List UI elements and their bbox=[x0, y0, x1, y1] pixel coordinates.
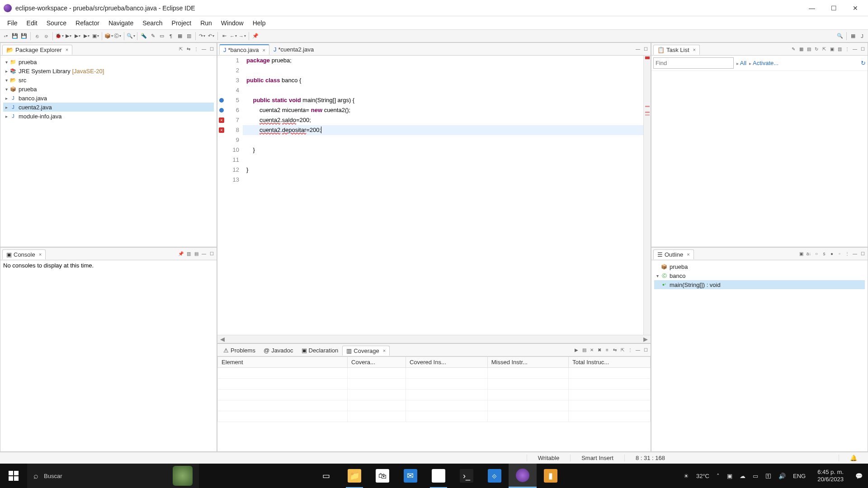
link-editor-button[interactable]: ⇆ bbox=[185, 46, 192, 52]
run-last-button[interactable]: ▶ bbox=[82, 32, 90, 40]
new-class-button[interactable]: Ⓒ bbox=[113, 32, 122, 40]
coverage-link-button[interactable]: ⇆ bbox=[612, 347, 618, 353]
console-display-button[interactable]: ▥ bbox=[185, 251, 192, 257]
outline-method[interactable]: ●ˢmain(String[]) : void bbox=[654, 280, 865, 289]
close-icon[interactable]: × bbox=[262, 47, 265, 53]
outline-local-button[interactable]: ▫ bbox=[836, 251, 843, 257]
taskbar-taskview[interactable]: ▭ bbox=[312, 464, 340, 488]
coverage-button[interactable]: ▶ bbox=[73, 32, 81, 40]
run-button[interactable]: ▶ bbox=[64, 32, 72, 40]
show-whitespace-button[interactable]: ¶ bbox=[167, 32, 175, 40]
pin-editor-button[interactable]: 📌 bbox=[251, 32, 259, 40]
java-perspective-button[interactable]: J bbox=[858, 32, 866, 40]
tray-notifications-icon[interactable]: 💬 bbox=[855, 473, 863, 479]
task-schedule-button[interactable]: ▤ bbox=[806, 46, 812, 52]
taskbar-store[interactable]: 🛍 bbox=[368, 464, 396, 488]
console-open-button[interactable]: ▤ bbox=[193, 251, 199, 257]
col-coverage[interactable]: Covera... bbox=[348, 357, 406, 368]
close-icon[interactable]: × bbox=[383, 348, 386, 353]
editor-tab-banco[interactable]: J *banco.java × bbox=[219, 44, 269, 55]
table-row[interactable] bbox=[218, 379, 651, 389]
tree-jre[interactable]: ▸📚JRE System Library [JavaSE-20] bbox=[3, 66, 214, 75]
editor-tab-cuenta2[interactable]: J *cuenta2.java bbox=[269, 44, 318, 54]
task-history-button[interactable]: ↻ bbox=[861, 60, 866, 66]
weather-temp[interactable]: 32°C bbox=[696, 473, 709, 479]
coverage-collapse-button[interactable]: ⇱ bbox=[619, 347, 626, 353]
tray-meet-icon[interactable]: ▣ bbox=[727, 473, 732, 479]
coverage-dump-button[interactable]: ▤ bbox=[581, 347, 587, 353]
coverage-remove-all-button[interactable]: ✖ bbox=[596, 347, 603, 353]
console-pin-button[interactable]: 📌 bbox=[178, 251, 184, 257]
view-menu-button[interactable]: ⋮ bbox=[844, 46, 850, 52]
search-access-button[interactable]: 🔍 bbox=[836, 32, 844, 40]
tray-battery-icon[interactable]: ▭ bbox=[753, 473, 758, 479]
forward-button[interactable]: → bbox=[238, 32, 246, 40]
tray-clock[interactable]: 6:45 p. m. 20/6/2023 bbox=[813, 469, 848, 483]
maximize-view-button[interactable]: ☐ bbox=[859, 251, 866, 257]
close-icon[interactable]: × bbox=[66, 47, 68, 52]
outline-tab[interactable]: ☰ Outline × bbox=[653, 249, 694, 259]
tray-chevron-icon[interactable]: ˄ bbox=[717, 473, 720, 479]
maximize-view-button[interactable]: ☐ bbox=[208, 46, 215, 52]
menu-file[interactable]: File bbox=[3, 18, 22, 28]
tray-wifi-icon[interactable]: ⚿ bbox=[765, 473, 771, 479]
info-marker-icon[interactable] bbox=[219, 108, 224, 113]
close-icon[interactable]: × bbox=[39, 252, 42, 257]
close-button[interactable]: ✕ bbox=[850, 3, 861, 14]
view-menu-button[interactable]: ⋮ bbox=[627, 347, 633, 353]
taskbar-eclipse[interactable] bbox=[509, 464, 537, 488]
tab-javadoc[interactable]: @Javadoc bbox=[259, 345, 297, 355]
save-all-button[interactable]: 💾 bbox=[20, 32, 28, 40]
tree-project[interactable]: ▾📁prueba bbox=[3, 57, 214, 66]
outline-package[interactable]: 📦prueba bbox=[654, 262, 865, 271]
minimize-view-button[interactable]: — bbox=[201, 46, 207, 52]
col-missed[interactable]: Missed Instr... bbox=[487, 357, 568, 368]
error-marker-icon[interactable]: × bbox=[219, 127, 224, 133]
toggle-block-button[interactable]: ▭ bbox=[158, 32, 166, 40]
code-area[interactable]: package prueba; public class banco { pub… bbox=[243, 56, 643, 335]
toolbar-btn-a[interactable]: ▦ bbox=[176, 32, 184, 40]
toolbar-btn-b[interactable]: ▥ bbox=[185, 32, 193, 40]
outline-class[interactable]: ▾Ⓒbanco bbox=[654, 271, 865, 280]
tree-file-module[interactable]: ▸Jmodule-info.java bbox=[3, 112, 214, 121]
skip-breakpoints-button[interactable]: ⎊ bbox=[42, 32, 50, 40]
coverage-table[interactable]: Element Covera... Covered Ins... Missed … bbox=[217, 357, 651, 422]
editor-horizontal-scrollbar[interactable]: ◀▶ bbox=[217, 335, 651, 343]
tab-declaration[interactable]: ▣Declaration bbox=[297, 345, 343, 355]
minimize-button[interactable]: — bbox=[807, 3, 817, 14]
table-row[interactable] bbox=[218, 400, 651, 411]
taskbar-mail[interactable]: ✉ bbox=[396, 464, 425, 488]
last-edit-button[interactable]: ⇤ bbox=[220, 32, 228, 40]
prev-annotation-button[interactable]: ↶ bbox=[207, 32, 215, 40]
search-button[interactable]: 🔦 bbox=[140, 32, 148, 40]
col-total[interactable]: Total Instruc... bbox=[569, 357, 651, 368]
package-explorer-tab[interactable]: 📂 Package Explorer × bbox=[2, 45, 72, 55]
task-all-link[interactable]: All bbox=[736, 60, 746, 66]
view-menu-button[interactable]: ⋮ bbox=[844, 251, 850, 257]
marker-ruler[interactable]: × × bbox=[217, 56, 226, 335]
outline-public-button[interactable]: ● bbox=[829, 251, 835, 257]
taskbar-vscode[interactable]: ⟐ bbox=[481, 464, 509, 488]
tab-coverage[interactable]: ▥Coverage× bbox=[342, 346, 390, 356]
minimize-view-button[interactable]: — bbox=[201, 251, 207, 257]
taskbar-search[interactable]: ⌕ Buscar bbox=[27, 464, 199, 488]
table-row[interactable] bbox=[218, 411, 651, 422]
view-menu-button[interactable]: ⋮ bbox=[193, 46, 199, 52]
task-activate-link[interactable]: Activate... bbox=[749, 60, 778, 66]
tray-volume-icon[interactable]: 🔊 bbox=[778, 473, 786, 479]
close-icon[interactable]: × bbox=[693, 47, 696, 52]
coverage-merge-button[interactable]: ≡ bbox=[604, 347, 610, 353]
menu-search[interactable]: Search bbox=[138, 18, 167, 28]
open-type-button[interactable]: 🔍 bbox=[127, 32, 135, 40]
maximize-view-button[interactable]: ☐ bbox=[859, 46, 866, 52]
outline-sort-button[interactable]: a↓ bbox=[806, 251, 812, 257]
console-tab[interactable]: ▣ Console × bbox=[2, 249, 46, 259]
minimize-view-button[interactable]: — bbox=[635, 347, 641, 353]
collapse-all-button[interactable]: ⇱ bbox=[178, 46, 184, 52]
maximize-view-button[interactable]: ☐ bbox=[642, 347, 649, 353]
taskbar-explorer[interactable]: 📁 bbox=[340, 464, 368, 488]
new-package-button[interactable]: 📦 bbox=[104, 32, 113, 40]
minimize-view-button[interactable]: — bbox=[852, 251, 858, 257]
tray-onedrive-icon[interactable]: ☁ bbox=[740, 473, 745, 479]
coverage-relaunch-button[interactable]: ▶ bbox=[573, 347, 580, 353]
